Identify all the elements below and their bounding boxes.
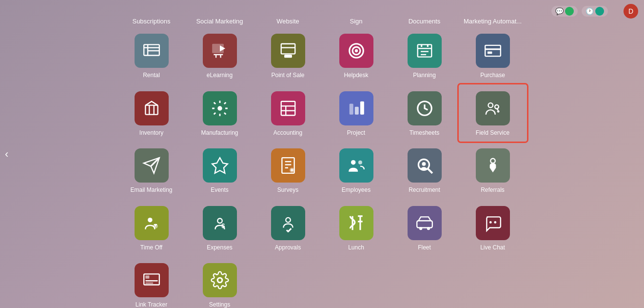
svg-point-51 bbox=[358, 161, 362, 164]
app-label-purchase: Purchase bbox=[480, 72, 505, 80]
message-count bbox=[565, 7, 574, 16]
app-accounting[interactable]: Accounting bbox=[254, 84, 322, 142]
svg-rect-0 bbox=[144, 44, 159, 55]
app-label-livechat: Live Chat bbox=[480, 244, 505, 252]
timeoff-icon bbox=[135, 206, 169, 240]
svg-rect-9 bbox=[281, 44, 295, 54]
app-emailmarketing[interactable]: Email Marketing bbox=[117, 142, 186, 199]
svg-point-37 bbox=[494, 104, 498, 108]
svg-point-36 bbox=[488, 103, 493, 108]
app-elearning[interactable]: eLearning bbox=[186, 27, 254, 84]
apps-grid: RentaleLearningPoint of SaleHelpdeskPlan… bbox=[103, 27, 542, 308]
app-rental[interactable]: Rental bbox=[117, 27, 186, 84]
avatar[interactable]: D bbox=[624, 4, 638, 19]
app-approvals[interactable]: Approvals bbox=[254, 199, 322, 257]
svg-point-71 bbox=[494, 221, 496, 224]
approvals-icon bbox=[271, 206, 305, 240]
apps-container: Subscriptions Social Marketing Website S… bbox=[103, 15, 542, 308]
app-label-inventory: Inventory bbox=[139, 129, 163, 137]
app-recruitment[interactable]: Recruitment bbox=[390, 142, 459, 199]
col-header-0: Subscriptions bbox=[117, 15, 186, 26]
app-manufacturing[interactable]: Manufacturing bbox=[186, 84, 254, 142]
col-header-2: Website bbox=[254, 15, 322, 26]
svg-rect-34 bbox=[360, 101, 364, 114]
svg-rect-24 bbox=[145, 105, 157, 114]
app-pos[interactable]: Point of Sale bbox=[254, 27, 322, 84]
svg-point-70 bbox=[489, 221, 491, 224]
livechat-icon bbox=[476, 206, 510, 240]
svg-line-39 bbox=[496, 108, 498, 110]
rental-icon bbox=[135, 34, 169, 68]
svg-rect-75 bbox=[145, 283, 153, 284]
linktracker-icon bbox=[135, 263, 169, 297]
app-planning[interactable]: Planning bbox=[390, 27, 459, 84]
app-label-pos: Point of Sale bbox=[271, 72, 304, 80]
app-timesheets[interactable]: Timesheets bbox=[390, 84, 459, 142]
surveys-icon bbox=[271, 148, 305, 183]
app-label-fleet: Fleet bbox=[418, 244, 431, 252]
app-label-manufacturing: Manufacturing bbox=[201, 129, 238, 137]
message-badge[interactable]: 💬 bbox=[551, 6, 578, 17]
app-label-helpdesk: Helpdesk bbox=[344, 72, 368, 80]
svg-point-50 bbox=[351, 160, 355, 165]
planning-icon bbox=[408, 34, 442, 68]
svg-rect-67 bbox=[417, 221, 432, 227]
app-label-rental: Rental bbox=[143, 72, 160, 80]
app-employees[interactable]: Employees bbox=[322, 142, 390, 199]
svg-rect-11 bbox=[284, 55, 292, 58]
app-purchase[interactable]: Purchase bbox=[459, 27, 527, 84]
elearning-icon bbox=[203, 34, 237, 68]
app-events[interactable]: Events bbox=[186, 142, 254, 199]
topbar: 💬 🕐 D bbox=[546, 0, 644, 22]
app-label-recruitment: Recruitment bbox=[409, 186, 440, 194]
app-label-emailmarketing: Email Marketing bbox=[130, 186, 172, 194]
svg-point-69 bbox=[427, 227, 429, 230]
app-expenses[interactable]: $Expenses bbox=[186, 199, 254, 257]
app-label-elearning: eLearning bbox=[207, 72, 233, 80]
svg-rect-23 bbox=[487, 52, 492, 54]
purchase-icon bbox=[476, 34, 510, 68]
svg-point-27 bbox=[217, 106, 222, 111]
timesheets-icon bbox=[408, 91, 442, 125]
expenses-icon: $ bbox=[203, 206, 237, 240]
app-inventory[interactable]: Inventory bbox=[117, 84, 186, 142]
app-label-linktracker: Link Tracker bbox=[136, 301, 167, 308]
activity-badge[interactable]: 🕐 bbox=[582, 6, 608, 17]
app-label-referrals: Referrals bbox=[481, 186, 505, 194]
app-lunch[interactable]: Lunch bbox=[322, 199, 390, 257]
fleet-icon bbox=[408, 206, 442, 240]
col-header-3: Sign bbox=[322, 15, 390, 26]
svg-point-56 bbox=[148, 218, 153, 223]
app-project[interactable]: Project bbox=[322, 84, 390, 142]
app-label-planning: Planning bbox=[413, 72, 436, 80]
lunch-icon bbox=[339, 206, 373, 240]
employees-icon bbox=[339, 148, 373, 183]
svg-marker-42 bbox=[212, 158, 228, 173]
app-helpdesk[interactable]: Helpdesk bbox=[322, 27, 390, 84]
app-livechat[interactable]: Live Chat bbox=[459, 199, 527, 257]
svg-rect-33 bbox=[354, 106, 358, 114]
app-fieldservice[interactable]: Field Service bbox=[459, 84, 527, 142]
app-label-timeoff: Time Off bbox=[140, 244, 162, 252]
pos-icon bbox=[271, 34, 305, 68]
col-header-5: Marketing Automat... bbox=[459, 15, 527, 26]
header-row: Subscriptions Social Marketing Website S… bbox=[103, 15, 542, 26]
app-settings[interactable]: Settings bbox=[186, 256, 254, 308]
app-linktracker[interactable]: Link Tracker bbox=[117, 256, 186, 308]
app-timeoff[interactable]: Time Off bbox=[117, 199, 186, 257]
app-label-project: Project bbox=[347, 129, 365, 137]
svg-rect-73 bbox=[145, 276, 149, 279]
project-icon bbox=[339, 91, 373, 125]
col-header-4: Documents bbox=[390, 15, 459, 26]
app-label-approvals: Approvals bbox=[275, 244, 301, 252]
app-surveys[interactable]: Surveys bbox=[254, 142, 322, 199]
svg-point-76 bbox=[217, 278, 222, 283]
svg-point-68 bbox=[419, 227, 422, 230]
app-fleet[interactable]: Fleet bbox=[390, 199, 459, 257]
accounting-icon bbox=[271, 91, 305, 125]
app-referrals[interactable]: Referrals bbox=[459, 142, 527, 199]
referrals-icon bbox=[476, 148, 510, 183]
back-arrow[interactable]: ‹ bbox=[5, 148, 8, 161]
activity-count bbox=[595, 7, 604, 16]
svg-rect-74 bbox=[145, 280, 157, 281]
